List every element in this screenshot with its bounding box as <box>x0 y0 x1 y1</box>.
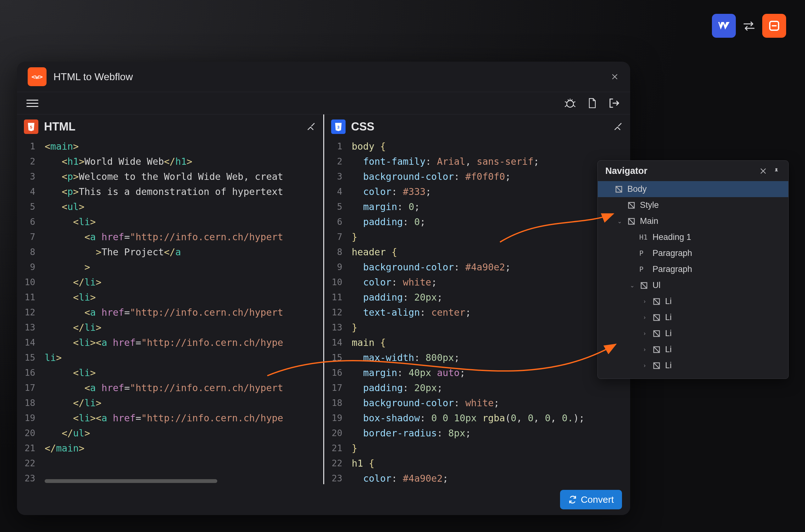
html-scrollbar[interactable] <box>45 479 323 483</box>
navigator-item[interactable]: ⌄Ul <box>598 277 788 293</box>
app-title: HTML to Webflow <box>54 71 603 83</box>
navigator-item-label: Li <box>665 345 783 354</box>
box-icon <box>652 297 661 306</box>
clear-html-button[interactable] <box>306 122 317 132</box>
navigator-item[interactable]: PParagraph <box>598 261 788 277</box>
html-pane-header: 5 HTML <box>17 114 323 139</box>
convert-button[interactable]: Convert <box>560 490 622 509</box>
navigator-item-label: Style <box>640 200 783 210</box>
bug-icon[interactable] <box>563 97 577 110</box>
html-label: HTML <box>44 120 301 133</box>
logout-icon[interactable] <box>608 97 621 110</box>
navigator-item[interactable]: ⌄Main <box>598 213 788 229</box>
navigator-close-icon[interactable] <box>759 167 768 175</box>
footer: Convert <box>17 484 630 515</box>
navigator-item[interactable]: Style <box>598 197 788 213</box>
navigator-item-label: Li <box>665 361 783 370</box>
navigator-item-label: Paragraph <box>652 248 783 258</box>
navigator-title: Navigator <box>605 166 754 176</box>
editor-panes: 5 HTML 123456789101112131415161718192021… <box>17 114 630 484</box>
navigator-item[interactable]: PParagraph <box>598 245 788 261</box>
navigator-item-label: Main <box>640 216 783 226</box>
box-icon <box>652 345 661 354</box>
header-logos <box>712 14 786 38</box>
navigator-item[interactable]: H1Heading 1 <box>598 229 788 245</box>
navigator-pin-icon[interactable] <box>772 167 781 175</box>
navigator-item[interactable]: ›Li <box>598 325 788 341</box>
type-badge: P <box>639 265 649 273</box>
titlebar: <w> HTML to Webflow <box>17 62 630 92</box>
box-icon <box>627 201 636 210</box>
html5-icon: 5 <box>24 119 38 134</box>
navigator-item[interactable]: ›Li <box>598 293 788 309</box>
box-icon <box>652 313 661 322</box>
navigator-item[interactable]: ›Li <box>598 358 788 374</box>
navigator-item[interactable]: ›Li <box>598 309 788 325</box>
clear-css-button[interactable] <box>613 122 623 132</box>
navigator-item[interactable]: Body <box>598 181 788 197</box>
app-window: <w> HTML to Webflow 5 <box>17 62 630 515</box>
css-editor[interactable]: 1234567891011121314151617181920212223 bo… <box>324 139 631 484</box>
css-pane: 3 CSS 1234567891011121314151617181920212… <box>324 114 631 484</box>
menu-button[interactable] <box>26 97 40 110</box>
navigator-item-label: Heading 1 <box>652 232 783 242</box>
svg-text:5: 5 <box>30 125 32 130</box>
navigator-tree: BodyStyle⌄MainH1Heading 1PParagraphPPara… <box>598 181 788 379</box>
convert-label: Convert <box>581 494 614 505</box>
navigator-panel: Navigator BodyStyle⌄MainH1Heading 1PPara… <box>597 160 789 379</box>
swap-arrows-icon <box>743 19 755 32</box>
file-icon[interactable] <box>586 97 599 110</box>
navigator-item-label: Ul <box>652 281 783 290</box>
html-editor[interactable]: 1234567891011121314151617181920212223 <m… <box>17 139 323 484</box>
box-icon <box>614 185 624 194</box>
type-badge: P <box>639 249 649 257</box>
type-badge: H1 <box>639 233 649 241</box>
box-icon <box>627 217 636 226</box>
webflow-logo <box>712 14 736 38</box>
navigator-item[interactable]: ›Li <box>598 341 788 358</box>
navigator-item-label: Li <box>665 328 783 338</box>
navigator-header: Navigator <box>598 161 788 181</box>
css-label: CSS <box>351 120 608 133</box>
secondary-logo <box>762 14 786 38</box>
navigator-item-label: Li <box>665 312 783 322</box>
toolbar <box>17 92 630 114</box>
css3-icon: 3 <box>331 119 346 134</box>
navigator-item-label: Li <box>665 297 783 306</box>
svg-point-1 <box>567 101 573 107</box>
box-icon <box>639 281 649 290</box>
css-pane-header: 3 CSS <box>324 114 631 139</box>
box-icon <box>652 329 661 338</box>
box-icon <box>652 361 661 370</box>
navigator-item-label: Paragraph <box>652 264 783 274</box>
close-button[interactable] <box>610 72 619 81</box>
html-pane: 5 HTML 123456789101112131415161718192021… <box>17 114 323 484</box>
app-icon: <w> <box>28 67 46 86</box>
navigator-item-label: Body <box>627 184 783 194</box>
svg-text:3: 3 <box>337 125 339 130</box>
